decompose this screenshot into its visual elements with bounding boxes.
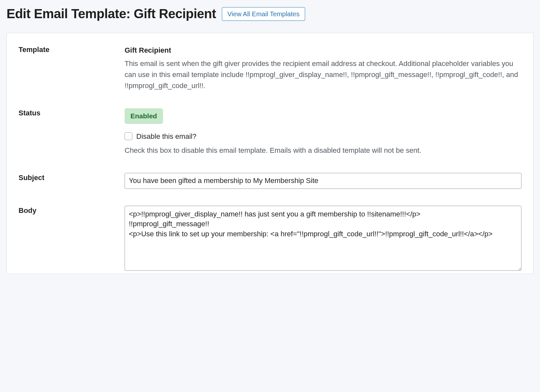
subject-content [125,173,521,189]
subject-label: Subject [19,173,125,182]
template-description: This email is sent when the gift giver p… [125,58,521,91]
page-header: Edit Email Template: Gift Recipient View… [7,7,533,21]
disable-checkbox-row: Disable this email? [125,131,521,142]
template-label: Template [19,45,125,54]
subject-row: Subject [19,173,521,189]
page-title: Edit Email Template: Gift Recipient [7,7,216,21]
status-row: Status Enabled Disable this email? Check… [19,108,521,156]
status-badge: Enabled [125,108,163,124]
template-content: Gift Recipient This email is sent when t… [125,45,521,91]
body-content [125,206,521,274]
template-row: Template Gift Recipient This email is se… [19,45,521,91]
body-row: Body [19,206,521,274]
template-name: Gift Recipient [125,45,521,56]
disable-email-checkbox-label: Disable this email? [136,131,196,142]
body-label: Body [19,206,125,215]
status-help-text: Check this box to disable this email tem… [125,145,521,156]
body-textarea[interactable] [125,206,521,271]
view-all-templates-button[interactable]: View All Email Templates [222,7,305,21]
subject-input[interactable] [125,173,521,189]
status-content: Enabled Disable this email? Check this b… [125,108,521,156]
status-label: Status [19,108,125,117]
form-card: Template Gift Recipient This email is se… [7,33,533,274]
disable-email-checkbox[interactable] [125,132,132,140]
